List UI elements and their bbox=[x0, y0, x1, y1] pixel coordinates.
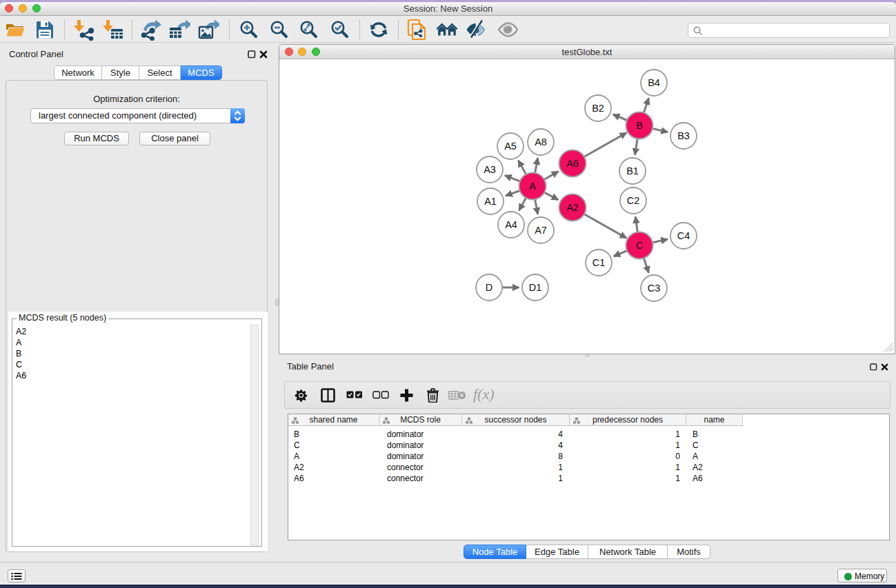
svg-text:A: A bbox=[529, 181, 536, 192]
svg-text:A5: A5 bbox=[504, 141, 517, 152]
svg-text:A1: A1 bbox=[484, 196, 497, 207]
svg-text:C4: C4 bbox=[677, 230, 690, 241]
svg-text:B3: B3 bbox=[677, 130, 690, 141]
svg-text:C2: C2 bbox=[627, 195, 640, 206]
svg-text:D: D bbox=[486, 282, 492, 293]
svg-text:D1: D1 bbox=[529, 282, 542, 293]
svg-text:C3: C3 bbox=[648, 283, 661, 294]
svg-text:A8: A8 bbox=[535, 136, 547, 148]
svg-text:A7: A7 bbox=[535, 225, 547, 236]
svg-text:A4: A4 bbox=[505, 219, 517, 230]
svg-text:C1: C1 bbox=[593, 257, 606, 268]
svg-text:B1: B1 bbox=[626, 165, 639, 176]
svg-text:B4: B4 bbox=[648, 77, 660, 88]
svg-text:A2: A2 bbox=[566, 202, 579, 213]
svg-text:B2: B2 bbox=[592, 103, 604, 114]
svg-text:C: C bbox=[636, 240, 643, 251]
svg-text:A6: A6 bbox=[566, 158, 579, 169]
svg-text:B: B bbox=[636, 120, 643, 131]
svg-text:A3: A3 bbox=[484, 164, 496, 175]
